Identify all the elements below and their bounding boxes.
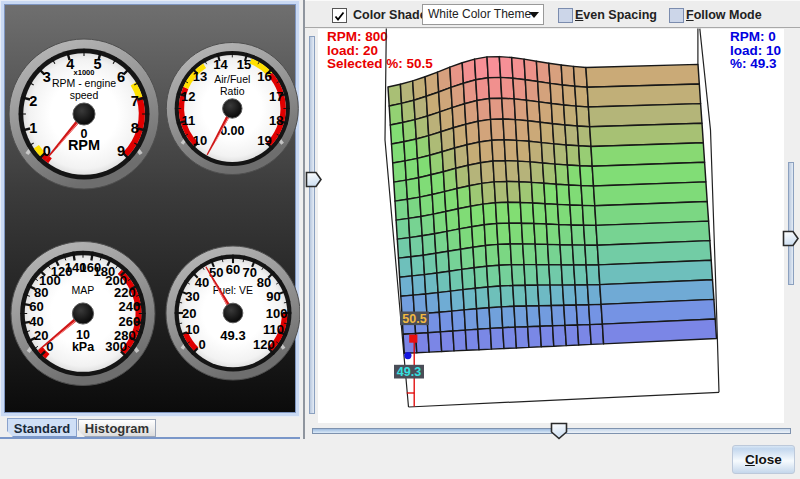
svg-text:8: 8 bbox=[131, 120, 139, 136]
svg-text:speed: speed bbox=[70, 89, 99, 101]
svg-text:0: 0 bbox=[198, 337, 205, 352]
svg-text:1: 1 bbox=[29, 120, 37, 136]
svg-text:70: 70 bbox=[242, 265, 256, 280]
svg-text:kPa: kPa bbox=[72, 340, 95, 354]
svg-text:60: 60 bbox=[29, 299, 43, 314]
svg-text:15: 15 bbox=[237, 57, 251, 72]
svg-text:110: 110 bbox=[263, 322, 284, 337]
svg-text:RPM: RPM bbox=[68, 137, 100, 153]
svg-text:MAP: MAP bbox=[72, 284, 95, 296]
svg-text:19: 19 bbox=[257, 133, 271, 148]
svg-text:16: 16 bbox=[257, 69, 271, 84]
svg-text:10: 10 bbox=[193, 133, 207, 148]
svg-text:120: 120 bbox=[253, 337, 275, 352]
svg-text:49.3: 49.3 bbox=[220, 328, 245, 343]
svg-text:5: 5 bbox=[94, 56, 102, 72]
svg-text:90: 90 bbox=[266, 289, 280, 304]
svg-text:260: 260 bbox=[119, 314, 141, 329]
svg-text:240: 240 bbox=[119, 299, 141, 314]
svg-text:50.5: 50.5 bbox=[402, 312, 426, 326]
svg-text:300: 300 bbox=[105, 339, 127, 354]
svg-text:0: 0 bbox=[43, 143, 51, 159]
svg-text:30: 30 bbox=[185, 289, 199, 304]
svg-text:10: 10 bbox=[185, 322, 199, 337]
svg-text:50: 50 bbox=[209, 265, 223, 280]
svg-text:40: 40 bbox=[29, 314, 43, 329]
svg-text:RPM - engine: RPM - engine bbox=[52, 77, 116, 89]
svg-text:40: 40 bbox=[195, 275, 209, 290]
svg-text:7: 7 bbox=[131, 93, 139, 109]
svg-text:6: 6 bbox=[117, 69, 125, 85]
svg-text:80: 80 bbox=[257, 275, 271, 290]
svg-text:18: 18 bbox=[269, 113, 283, 128]
svg-text:2: 2 bbox=[29, 93, 37, 109]
svg-text:17: 17 bbox=[269, 89, 283, 104]
svg-text:220: 220 bbox=[114, 285, 136, 300]
svg-text:20: 20 bbox=[182, 306, 196, 321]
svg-text:Air/Fuel: Air/Fuel bbox=[214, 73, 250, 85]
svg-text:12: 12 bbox=[181, 89, 195, 104]
svg-text:20: 20 bbox=[34, 328, 48, 343]
svg-text:14: 14 bbox=[213, 57, 228, 72]
svg-text:100: 100 bbox=[266, 306, 288, 321]
svg-text:Ratio: Ratio bbox=[220, 85, 245, 97]
svg-text:13: 13 bbox=[193, 69, 207, 84]
svg-text:3: 3 bbox=[43, 69, 51, 85]
svg-text:60: 60 bbox=[226, 262, 240, 277]
svg-text:9: 9 bbox=[117, 143, 125, 159]
svg-text:11: 11 bbox=[181, 113, 195, 128]
svg-text:49.3: 49.3 bbox=[397, 365, 421, 379]
